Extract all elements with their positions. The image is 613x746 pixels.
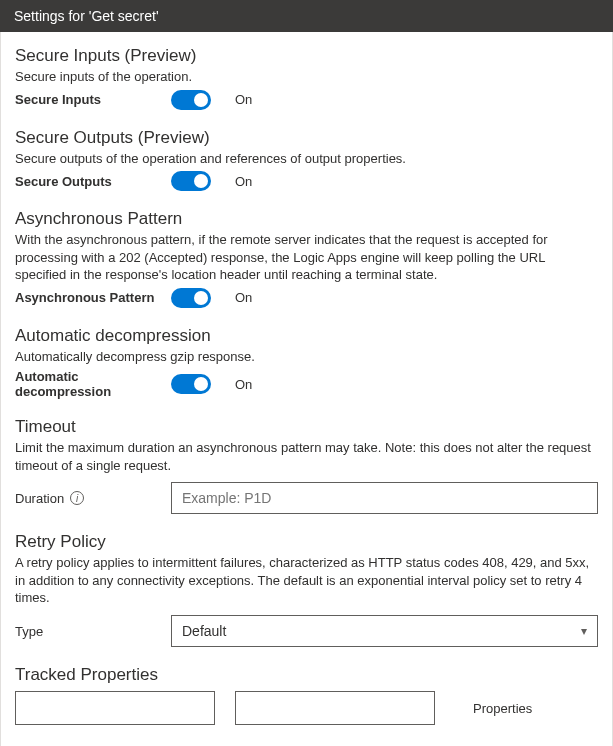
async-pattern-heading: Asynchronous Pattern [15,209,598,229]
secure-inputs-desc: Secure inputs of the operation. [15,68,598,86]
async-pattern-desc: With the asynchronous pattern, if the re… [15,231,598,284]
auto-decompression-state: On [235,377,252,392]
chevron-down-icon: ▾ [581,624,587,638]
retry-type-value: Default [182,623,226,639]
section-secure-inputs: Secure Inputs (Preview) Secure inputs of… [15,46,598,110]
titlebar-text: Settings for 'Get secret' [14,8,159,24]
section-secure-outputs: Secure Outputs (Preview) Secure outputs … [15,128,598,192]
secure-outputs-toggle[interactable] [171,171,211,191]
retry-policy-desc: A retry policy applies to intermittent f… [15,554,598,607]
async-pattern-state: On [235,290,252,305]
secure-outputs-label: Secure Outputs [15,174,155,189]
secure-outputs-desc: Secure outputs of the operation and refe… [15,150,598,168]
secure-inputs-state: On [235,92,252,107]
settings-panel: Secure Inputs (Preview) Secure inputs of… [0,32,613,746]
async-pattern-toggle[interactable] [171,288,211,308]
info-icon[interactable]: i [70,491,84,505]
async-pattern-label: Asynchronous Pattern [15,290,155,305]
tracked-value-input[interactable] [235,691,435,725]
section-tracked-properties: Tracked Properties Properties [15,665,598,725]
auto-decompression-label: Automatic decompression [15,369,155,399]
secure-inputs-label: Secure Inputs [15,92,155,107]
tracked-key-input[interactable] [15,691,215,725]
timeout-label: Duration i [15,491,155,506]
secure-inputs-toggle[interactable] [171,90,211,110]
auto-decompression-desc: Automatically decompress gzip response. [15,348,598,366]
section-async-pattern: Asynchronous Pattern With the asynchrono… [15,209,598,308]
section-auto-decompression: Automatic decompression Automatically de… [15,326,598,400]
section-timeout: Timeout Limit the maximum duration an as… [15,417,598,514]
tracked-properties-label: Properties [473,701,532,716]
retry-type-select[interactable]: Default ▾ [171,615,598,647]
duration-input[interactable] [171,482,598,514]
secure-outputs-state: On [235,174,252,189]
retry-policy-heading: Retry Policy [15,532,598,552]
titlebar: Settings for 'Get secret' [0,0,613,32]
tracked-properties-heading: Tracked Properties [15,665,598,685]
secure-outputs-heading: Secure Outputs (Preview) [15,128,598,148]
timeout-heading: Timeout [15,417,598,437]
section-retry-policy: Retry Policy A retry policy applies to i… [15,532,598,647]
retry-type-label: Type [15,624,155,639]
timeout-desc: Limit the maximum duration an asynchrono… [15,439,598,474]
secure-inputs-heading: Secure Inputs (Preview) [15,46,598,66]
auto-decompression-toggle[interactable] [171,374,211,394]
auto-decompression-heading: Automatic decompression [15,326,598,346]
